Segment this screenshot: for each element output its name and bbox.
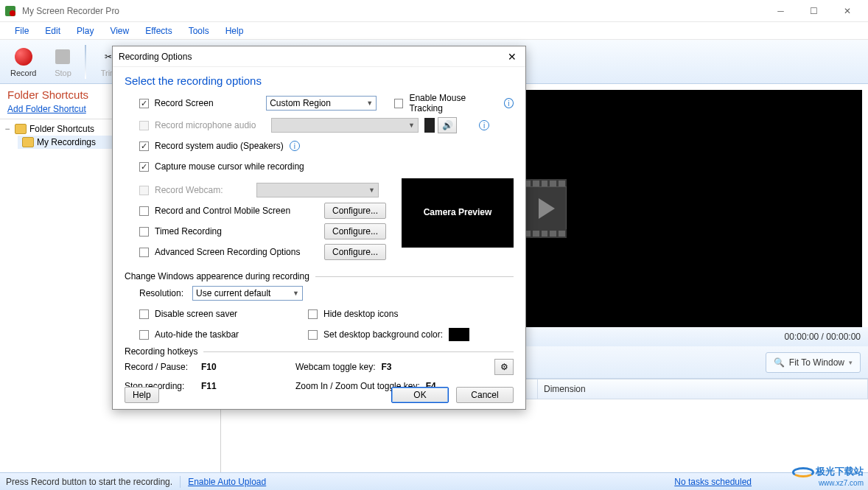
no-tasks-link[interactable]: No tasks scheduled	[674, 477, 752, 487]
record-mic-label: Record microphone audio	[155, 120, 265, 130]
disable-screensaver-label: Disable screen saver	[155, 309, 302, 319]
enable-auto-upload-link[interactable]: Enable Auto Upload	[188, 477, 266, 487]
watermark: 极光下载站 www.xz7.com	[792, 465, 864, 487]
dialog-titlebar: Recording Options ✕	[113, 46, 525, 67]
tree-child-label: My Recordings	[37, 137, 96, 147]
th-dimension[interactable]: Dimension	[538, 379, 868, 399]
menu-edit[interactable]: Edit	[38, 24, 68, 38]
speaker-button[interactable]: 🔊	[438, 117, 457, 133]
watermark-brand: 极光下载站	[816, 466, 864, 477]
info-icon[interactable]: i	[504, 98, 514, 108]
record-system-audio-label: Record system audio (Speakers)	[155, 141, 284, 151]
speaker-icon: 🔊	[442, 120, 453, 130]
webcam-toggle-key: F3	[382, 362, 392, 372]
record-icon	[13, 46, 34, 67]
status-message: Press Record button to start the recordi…	[6, 477, 172, 487]
watermark-logo-icon	[792, 467, 814, 477]
watermark-url: www.xz7.com	[819, 479, 864, 487]
resolution-label: Resolution:	[139, 288, 186, 298]
chevron-down-icon: ▼	[293, 290, 299, 297]
menu-effects[interactable]: Effects	[138, 24, 179, 38]
capture-cursor-checkbox[interactable]	[139, 162, 149, 172]
configure-timed-button[interactable]: Configure...	[324, 223, 386, 239]
hide-desktop-icons-label: Hide desktop icons	[323, 309, 398, 319]
mic-device-combo: ▼	[271, 118, 419, 133]
info-icon[interactable]: i	[290, 141, 300, 151]
cancel-button[interactable]: Cancel	[456, 387, 514, 403]
help-button[interactable]: Help	[125, 387, 159, 403]
bg-color-swatch[interactable]	[449, 328, 469, 341]
minimize-button[interactable]: ─	[764, 0, 797, 22]
autohide-taskbar-label: Auto-hide the taskbar	[155, 329, 302, 340]
stop-label: Stop	[55, 69, 71, 77]
folder-icon	[22, 137, 34, 147]
configure-advanced-button[interactable]: Configure...	[324, 244, 386, 260]
menu-view[interactable]: View	[102, 24, 136, 38]
fit-to-window-button[interactable]: 🔍 Fit To Window ▾	[766, 352, 861, 373]
record-mic-checkbox	[139, 121, 149, 130]
record-system-audio-checkbox[interactable]	[139, 141, 149, 151]
menu-help[interactable]: Help	[218, 24, 251, 38]
menu-play[interactable]: Play	[69, 24, 101, 38]
magnifier-icon: 🔍	[774, 357, 785, 368]
autohide-taskbar-checkbox[interactable]	[139, 330, 149, 340]
play-overlay-icon	[522, 186, 567, 231]
record-screen-checkbox[interactable]	[139, 99, 149, 108]
advanced-options-checkbox[interactable]	[139, 248, 149, 257]
configure-mobile-button[interactable]: Configure...	[324, 203, 386, 219]
dialog-close-button[interactable]: ✕	[505, 51, 519, 63]
chevron-down-icon: ▾	[849, 359, 853, 366]
app-icon	[4, 5, 16, 17]
menu-file[interactable]: File	[7, 24, 36, 38]
mouse-tracking-checkbox[interactable]	[394, 99, 404, 108]
region-combo-value: Custom Region	[270, 98, 331, 108]
set-bg-color-label: Set desktop background color:	[323, 329, 443, 340]
mic-level-indicator	[424, 118, 435, 133]
dialog-heading: Select the recording options	[125, 74, 514, 87]
folder-icon	[15, 124, 27, 134]
record-pause-label: Record / Pause:	[125, 362, 195, 372]
titlebar: My Screen Recorder Pro ─ ☐ ✕	[0, 0, 868, 22]
set-bg-color-checkbox[interactable]	[308, 330, 318, 340]
divider	[315, 276, 514, 277]
mobile-screen-checkbox[interactable]	[139, 206, 149, 216]
chevron-down-icon: ▼	[368, 186, 375, 194]
ok-button[interactable]: OK	[391, 387, 449, 403]
camera-preview-box: Camera Preview	[402, 178, 514, 248]
resolution-value: Use current default	[196, 288, 270, 298]
timed-recording-checkbox[interactable]	[139, 227, 149, 237]
dialog-title: Recording Options	[119, 52, 192, 62]
camera-preview-label: Camera Preview	[424, 207, 492, 219]
stop-button[interactable]: Stop	[45, 42, 80, 82]
statusbar: Press Record button to start the recordi…	[0, 472, 868, 490]
record-webcam-checkbox	[139, 186, 149, 195]
close-button[interactable]: ✕	[830, 0, 864, 22]
record-screen-label: Record Screen	[155, 98, 261, 108]
chevron-down-icon: ▼	[408, 122, 415, 129]
webcam-toggle-label: Webcam toggle key:	[295, 362, 376, 372]
fit-label: Fit To Window	[789, 357, 844, 368]
file-table-body	[221, 399, 868, 475]
tree-toggle-icon[interactable]: −	[3, 124, 12, 134]
region-combo[interactable]: Custom Region ▼	[266, 96, 377, 111]
info-icon[interactable]: i	[479, 120, 489, 130]
record-button[interactable]: Record	[4, 42, 42, 82]
recording-options-dialog: Recording Options ✕ Select the recording…	[112, 46, 526, 410]
timed-recording-label: Timed Recording	[155, 226, 318, 237]
stop-icon	[52, 46, 73, 67]
hotkeys-group-label: Recording hotkeys	[125, 346, 197, 357]
divider	[203, 351, 514, 352]
hide-desktop-icons-checkbox[interactable]	[308, 309, 318, 319]
resolution-combo[interactable]: Use current default ▼	[192, 286, 303, 301]
webcam-combo: ▼	[256, 183, 379, 197]
maximize-button[interactable]: ☐	[797, 0, 830, 22]
menubar: File Edit Play View Effects Tools Help	[0, 22, 868, 40]
gear-icon: ⚙	[500, 362, 508, 372]
record-webcam-label: Record Webcam:	[155, 185, 251, 195]
disable-screensaver-checkbox[interactable]	[139, 309, 149, 319]
tree-root-label: Folder Shortcuts	[29, 124, 94, 134]
hotkey-settings-button[interactable]: ⚙	[494, 359, 514, 375]
menu-tools[interactable]: Tools	[181, 24, 217, 38]
svg-point-1	[10, 10, 15, 16]
record-pause-key: F10	[201, 362, 290, 372]
